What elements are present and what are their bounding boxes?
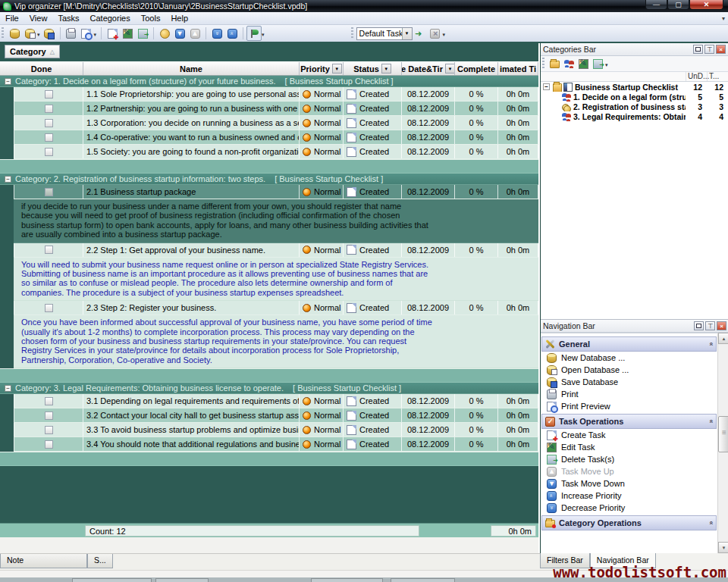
task-checkbox[interactable] — [45, 105, 53, 113]
task-checkbox[interactable] — [45, 246, 53, 254]
view-flag-button[interactable] — [246, 26, 262, 41]
task-row[interactable]: 1.2 Partnership: you are going to run a … — [14, 102, 538, 116]
task-row[interactable]: 3.4 You should note that additional regu… — [14, 437, 538, 452]
task-checkbox[interactable] — [45, 411, 53, 420]
print-button[interactable] — [64, 26, 79, 41]
task-row[interactable]: 2.3 Step 2: Register your business.Norma… — [14, 301, 538, 315]
maximize-button[interactable]: ▢ — [667, 0, 689, 10]
close-button[interactable]: ✕ — [689, 0, 723, 10]
search-button[interactable] — [157, 26, 172, 41]
navigation-bar-pin-button[interactable] — [705, 321, 715, 330]
group-by-category-button[interactable]: Category △ — [5, 45, 60, 58]
scroll-down-icon[interactable]: ▼ — [718, 542, 728, 553]
filter-dropdown-icon[interactable]: ▼ — [445, 64, 455, 74]
edit-category-button[interactable] — [576, 57, 591, 70]
column-header-priority[interactable]: Priority▼ — [300, 62, 344, 75]
task-checkbox[interactable] — [45, 90, 53, 99]
task-row[interactable]: 3.1 Depending on legal requirements and … — [14, 394, 538, 408]
collapse-icon[interactable]: − — [5, 176, 11, 183]
save-database-button[interactable] — [42, 26, 57, 41]
open-database-button[interactable] — [22, 26, 37, 41]
nav-item-edit-task[interactable]: Edit Task — [541, 441, 717, 453]
filter-dropdown-icon[interactable]: ▼ — [332, 64, 342, 74]
tree-node[interactable]: 3. Legal Requirements: Obtaining l44 — [541, 111, 728, 121]
collapse-group-icon[interactable]: « — [707, 521, 714, 524]
decrease-priority-button[interactable]: » — [209, 26, 224, 41]
open-database-dropdown-icon[interactable]: ▾ — [37, 32, 40, 38]
categories-toolbar-overflow-icon[interactable]: ▾ — [605, 62, 608, 68]
task-row[interactable]: 3.2 Contact your local city hall to get … — [14, 408, 538, 423]
new-category-button[interactable] — [548, 57, 562, 70]
nav-item-decrease-priority[interactable]: »Decrease Priority — [541, 502, 717, 514]
task-checkbox[interactable] — [45, 426, 53, 434]
menu-tasks[interactable]: Tasks — [52, 13, 84, 23]
increase-priority-button[interactable]: » — [224, 26, 240, 41]
tree-node[interactable]: 1. Decide on a legal form (structur55 — [541, 92, 728, 102]
task-row[interactable]: 1.1 Sole Proprietorship: you are going t… — [14, 87, 538, 102]
apply-view-button[interactable] — [413, 26, 428, 41]
tab-note[interactable]: Note — [0, 554, 87, 568]
task-view-combo[interactable]: Default Task V ▼ — [356, 27, 413, 40]
new-subcategory-button[interactable] — [562, 57, 576, 70]
nav-item-save-database[interactable]: Save Database — [541, 376, 717, 388]
nav-item-create-task[interactable]: Create Task — [541, 429, 717, 441]
nav-group-general[interactable]: General« — [541, 336, 717, 352]
task-checkbox[interactable] — [45, 440, 53, 449]
nav-item-task-move-down[interactable]: ▾Task Move Down — [541, 477, 717, 490]
category-header-row[interactable]: −Category: 1. Decide on a legal form (st… — [0, 76, 538, 87]
nav-item-print[interactable]: Print — [541, 388, 717, 400]
nav-item-delete-task-s-[interactable]: Delete Task(s) — [541, 453, 717, 465]
collapse-icon[interactable]: − — [5, 385, 11, 392]
task-move-down-button[interactable]: ▾ — [172, 26, 187, 41]
nav-group-task-operations[interactable]: Task Operations« — [541, 414, 717, 429]
column-header-status[interactable]: Status▼ — [344, 62, 402, 75]
task-checkbox[interactable] — [45, 148, 53, 156]
menu-overflow-icon[interactable]: ▾ — [722, 15, 725, 22]
menu-file[interactable]: File — [0, 13, 24, 23]
categories-bar-close-button[interactable]: × — [716, 45, 726, 54]
nav-item-open-database----[interactable]: Open Database ... — [541, 364, 717, 376]
tree-col-total[interactable]: T... — [707, 72, 728, 81]
tab-s[interactable]: S... — [87, 554, 113, 568]
menu-view[interactable]: View — [24, 13, 53, 23]
categories-bar-pin-button[interactable] — [704, 45, 714, 54]
column-header-done[interactable]: Done — [0, 62, 83, 75]
column-header-edatetir[interactable]: e Date&Tir▼ — [402, 62, 455, 75]
minimize-button[interactable]: — — [645, 0, 667, 10]
nav-group-category-operations[interactable]: Category Operations« — [541, 515, 717, 530]
column-header-complete[interactable]: Complete — [455, 62, 498, 75]
column-header-name[interactable]: Name — [83, 62, 300, 75]
categories-toolbar-handle[interactable] — [542, 58, 544, 70]
nav-item-increase-priority[interactable]: »Increase Priority — [541, 490, 717, 502]
menu-tools[interactable]: Tools — [136, 13, 166, 23]
scrollbar-thumb[interactable] — [718, 416, 728, 452]
print-dropdown-icon[interactable]: ▾ — [94, 32, 97, 38]
tree-collapse-icon[interactable]: − — [543, 83, 550, 90]
task-row[interactable]: 2.2 Step 1: Get approval of your busines… — [14, 243, 538, 258]
create-task-button[interactable] — [105, 26, 120, 41]
edit-task-button[interactable] — [120, 26, 135, 41]
delete-category-button[interactable] — [591, 57, 605, 70]
toolbar-overflow-icon[interactable]: ▾ — [443, 32, 446, 38]
collapse-icon[interactable]: − — [5, 78, 11, 85]
task-row[interactable]: 1.5 Society: you are going to found a no… — [14, 145, 538, 159]
task-checkbox[interactable] — [45, 397, 53, 405]
menu-help[interactable]: Help — [165, 13, 193, 23]
delete-task-button[interactable] — [135, 26, 150, 41]
task-row[interactable]: 3.3 To avoid business startup problems a… — [14, 423, 538, 437]
task-checkbox[interactable] — [45, 304, 53, 312]
task-row[interactable]: 1.4 Co-operative: you want to run a busi… — [14, 130, 538, 145]
new-database-button[interactable] — [7, 26, 22, 41]
toolbar-drag-handle[interactable] — [2, 27, 4, 39]
nav-item-print-preview[interactable]: Print Preview — [541, 400, 717, 412]
navigation-bar-restore-button[interactable] — [694, 321, 704, 330]
menu-categories[interactable]: Categories — [85, 13, 136, 23]
category-header-row[interactable]: −Category: 3. Legal Requirements: Obtain… — [0, 383, 538, 394]
task-checkbox[interactable] — [45, 188, 53, 196]
task-row[interactable]: 1.3 Corporation: you decide on running a… — [14, 116, 538, 130]
categories-bar-restore-button[interactable] — [693, 45, 703, 54]
tree-col-undone[interactable]: UnD... — [686, 72, 707, 81]
category-header-row[interactable]: −Category: 2. Registration of business s… — [0, 174, 538, 185]
nav-item-new-database----[interactable]: New Database ... — [541, 352, 717, 364]
toolbar2-drag-handle[interactable] — [351, 27, 353, 39]
